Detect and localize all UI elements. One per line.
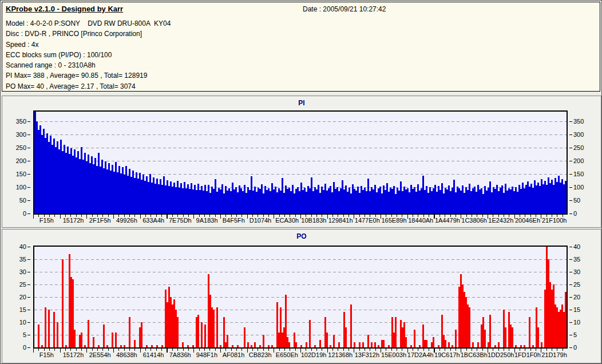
x-axis-tick-label: 2F1F5h — [86, 217, 113, 224]
x-axis-tick-label: 18440Ah — [407, 217, 434, 224]
po-chart-title: PO — [2, 232, 601, 240]
y-axis-tick-label: 10 — [573, 318, 580, 326]
y-axis-tick-label: 300 — [573, 130, 584, 139]
y-axis-tick-label: 100 — [573, 183, 584, 191]
x-axis-tick-label: 15E003h — [381, 351, 407, 358]
y-axis-tick-label: 50 — [19, 196, 26, 204]
x-axis-tick-label: 165E89h — [381, 217, 407, 224]
info-line: Model : 4-0-2-0 P:SONY DVD RW DRU-800A K… — [6, 18, 171, 29]
y-axis-tick-label: 50 — [573, 196, 580, 204]
pi-y-axis-left: 050100150200250300350 — [2, 112, 31, 213]
header-panel: KProbe v2.1.0 - Designed by Karr Date : … — [2, 2, 600, 92]
scan-info-list: Model : 4-0-2-0 P:SONY DVD RW DRU-800A K… — [6, 18, 171, 92]
pi-chart-title: PI — [2, 99, 601, 107]
y-axis-tick-label: 250 — [573, 144, 584, 152]
x-axis-tick-label: 21F100h — [541, 217, 568, 224]
x-axis-tick-label: 1DD250h — [488, 351, 514, 358]
pi-y-axis-right: 050100150200250300350 — [569, 112, 600, 213]
y-axis-tick-label: 40 — [573, 243, 580, 251]
x-axis-tick-label: 61414h — [140, 351, 167, 358]
y-axis-tick-label: 0 — [23, 209, 26, 217]
x-axis-tick-label: 1477E0h — [354, 217, 381, 224]
y-axis-tick-label: 15 — [19, 306, 26, 314]
pi-plot-area — [33, 110, 568, 215]
y-axis-tick-label: 350 — [16, 117, 26, 125]
y-axis-tick-label: 5 — [23, 331, 26, 339]
y-axis-tick-label: 40 — [19, 243, 26, 251]
y-axis-tick-label: 200 — [573, 157, 584, 165]
x-axis-tick-label: AF081h — [220, 351, 247, 358]
x-axis-tick-label: ECA30h — [274, 217, 300, 224]
y-axis-tick-label: 10 — [19, 318, 26, 326]
pi-bars — [34, 112, 567, 213]
y-axis-tick-label: 350 — [573, 117, 584, 125]
info-line: PI Max= 388 , Average= 90.85 , Total= 12… — [6, 70, 171, 81]
x-axis-tick-label: 633A4h — [140, 217, 167, 224]
po-y-axis-right: 0510152025303540 — [569, 247, 600, 347]
y-axis-tick-label: 5 — [573, 331, 577, 339]
y-axis-tick-label: 35 — [573, 255, 580, 263]
pi-chart-panel: PI 050100150200250300350 050100150200250… — [2, 96, 601, 228]
y-axis-tick-label: 0 — [23, 343, 26, 351]
y-axis-tick-label: 300 — [16, 130, 26, 139]
y-axis-tick-label: 20 — [19, 293, 26, 301]
y-axis-tick-label: 25 — [19, 280, 26, 288]
y-axis-tick-label: 15 — [573, 306, 580, 314]
po-y-axis-left: 0510152025303540 — [2, 247, 31, 347]
x-axis-tick-label: D1074h — [247, 217, 274, 224]
y-axis-tick-label: 30 — [19, 268, 26, 276]
date-label: Date : 2005/09/21 10:27:42 — [303, 5, 386, 13]
x-axis-tick-label: 15172h — [60, 351, 87, 358]
x-axis-tick-label: 1BC63Bh — [461, 351, 488, 358]
y-axis-tick-label: 25 — [573, 280, 580, 288]
x-axis-tick-label: 9A183h — [193, 217, 220, 224]
x-axis-tick-label: 20046Eh — [514, 217, 541, 224]
info-line: Scanned range : 0 - 2310A8h — [6, 60, 171, 70]
y-axis-tick-label: 0 — [573, 343, 577, 351]
x-axis-tick-label: 1C3806h — [461, 217, 488, 224]
po-bars — [34, 247, 567, 347]
y-axis-tick-label: 35 — [19, 255, 26, 263]
x-axis-tick-label: 1FD1F0h — [514, 351, 541, 358]
x-axis-tick-label: 48638h — [113, 351, 140, 358]
po-x-axis-labels: F15h15172h2E554h48638h61414h7A836h948F1h… — [33, 351, 568, 358]
x-axis-tick-label: 121368h — [327, 351, 354, 358]
x-axis-tick-label: 129841h — [327, 217, 354, 224]
x-axis-tick-label: CB823h — [247, 351, 274, 358]
x-axis-tick-label: 1E2432h — [488, 217, 514, 224]
y-axis-tick-label: 30 — [573, 268, 580, 276]
info-line: Speed : 4x — [6, 39, 171, 50]
x-axis-tick-label: 17D2A4h — [407, 351, 434, 358]
x-axis-tick-label: 1A4479h — [434, 217, 461, 224]
pi-x-axis-labels: F15h15172h2F1F5h49926h633A4h7E75Dh9A183h… — [33, 217, 568, 224]
y-axis-tick-label: 100 — [16, 183, 26, 191]
x-axis-tick-label: B4F5Fh — [220, 217, 247, 224]
x-axis-tick-label: 10B183h — [300, 217, 327, 224]
x-axis-tick-label: 49926h — [113, 217, 140, 224]
x-axis-tick-label: 102D19h — [300, 351, 327, 358]
info-line: ECC blocks sum (PI/PO) : 100/100 — [6, 50, 171, 60]
x-axis-tick-label: 948F1h — [193, 351, 220, 358]
y-axis-tick-label: 20 — [573, 293, 580, 301]
info-line: Disc : DVD-R , PRINCO [Princo Corporatio… — [6, 29, 171, 39]
app-title: KProbe v2.1.0 - Designed by Karr — [6, 5, 123, 13]
kprobe-window: KProbe v2.1.0 - Designed by Karr Date : … — [0, 0, 602, 364]
x-axis-tick-label: F15h — [33, 217, 60, 224]
x-axis-tick-label: 13F312h — [354, 351, 381, 358]
x-axis-tick-label: 7A836h — [167, 351, 193, 358]
po-plot-area — [33, 246, 568, 349]
y-axis-tick-label: 150 — [16, 170, 26, 178]
x-axis-tick-label: E650Eh — [274, 351, 300, 358]
x-axis-tick-label: 19C617h — [434, 351, 461, 358]
x-axis-tick-label: F15h — [33, 351, 60, 358]
x-axis-tick-label: 21D179h — [541, 351, 568, 358]
po-chart-panel: PO 0510152025303540 0510152025303540 F15… — [2, 229, 601, 363]
y-axis-tick-label: 0 — [573, 209, 577, 217]
info-line: PO Max= 40 , Average= 2.17 , Total= 3074 — [6, 81, 171, 92]
x-axis-tick-label: 2E554h — [86, 351, 113, 358]
y-axis-tick-label: 250 — [16, 144, 26, 152]
x-axis-tick-label: 15172h — [60, 217, 87, 224]
x-axis-tick-label: 7E75Dh — [167, 217, 194, 224]
y-axis-tick-label: 200 — [16, 157, 26, 165]
y-axis-tick-label: 150 — [573, 170, 584, 178]
